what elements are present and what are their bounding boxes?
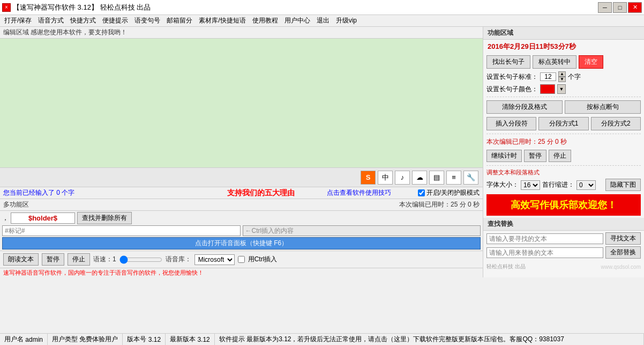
- editor-textarea[interactable]: [0, 39, 483, 167]
- by-punctuation-btn[interactable]: 按标点断句: [565, 100, 641, 114]
- long-sentence-label: 设置长句子标准：: [486, 72, 538, 82]
- find-delete-btn[interactable]: 查找并删除所有: [77, 212, 132, 224]
- editor-label: 编辑区域 感谢您使用本软件，要支持我哟！: [0, 27, 483, 39]
- mark-english-btn[interactable]: 标点英转中: [533, 55, 576, 69]
- menu-email[interactable]: 邮箱留分: [163, 15, 196, 26]
- eye-mode-toggle[interactable]: 开启/关闭护眼模式: [418, 188, 480, 197]
- timer-display: 本次编辑已用时：25 分 0 秒: [486, 137, 567, 146]
- font-size-label: 字体大小：: [486, 180, 519, 189]
- holder-input[interactable]: $holder$: [11, 212, 75, 224]
- word-count: 您当前已经输入了 0 个字: [3, 188, 74, 197]
- music-icon[interactable]: ♪: [395, 171, 410, 185]
- first-indent-select[interactable]: 024: [576, 180, 596, 190]
- ctrl-insert-checkbox[interactable]: [238, 256, 245, 263]
- user-type-value: 免费体验用户: [79, 335, 118, 344]
- window-title: 【速写神器写作软件 3.12】 轻松点科技 出品: [13, 3, 151, 12]
- segment-row1: 清除分段及格式 按标点断句: [483, 99, 644, 115]
- tag-input[interactable]: [2, 225, 241, 236]
- menu-user-center[interactable]: 用户中心: [281, 15, 313, 26]
- continue-timer-btn[interactable]: 继续计时: [486, 150, 522, 162]
- font-size-select[interactable]: 1612141820: [521, 180, 540, 190]
- menu-upgrade-vip[interactable]: 升级vip: [333, 15, 360, 26]
- menu-material[interactable]: 素材库/快捷短语: [196, 15, 249, 26]
- minimize-button[interactable]: ─: [598, 2, 612, 13]
- user-type-cell: 用户类型 免费体验用户: [48, 334, 123, 345]
- menu-shortcut[interactable]: 快捷方式: [67, 15, 99, 26]
- clear-format-btn[interactable]: 清除分段及格式: [486, 100, 563, 114]
- segment-mode2-btn[interactable]: 分段方式2: [591, 117, 641, 130]
- time-used-display: 本次编辑已用时：25 分 0 秒: [399, 200, 480, 209]
- title-bar: × 【速写神器写作软件 3.12】 轻松点科技 出品 ─ □ ✕: [0, 0, 644, 15]
- ctrl-insert-label: 用Ctrl插入: [248, 255, 278, 264]
- wrench-icon[interactable]: 🔧: [463, 171, 478, 185]
- voice-lib-select[interactable]: Microsoft: [194, 254, 235, 265]
- long-sentence-row: 找出长句子 标点英转中 清空: [483, 54, 644, 70]
- version-value: 3.12: [148, 336, 161, 343]
- speed-label: 语速：1: [93, 255, 116, 264]
- version-cell: 版本号 3.12: [123, 334, 166, 345]
- editor-status-bar: 您当前已经输入了 0 个字 支持我们的五大理由 点击查看软件使用技巧 开启/关闭…: [0, 187, 483, 199]
- color-dropdown-arrow[interactable]: ▼: [557, 84, 566, 94]
- lib-label: 语音库：: [166, 255, 191, 264]
- menu-hints[interactable]: 便捷提示: [99, 15, 131, 26]
- menu-voice-mode[interactable]: 语音方式: [35, 15, 67, 26]
- spin-up-btn[interactable]: ▲: [558, 71, 566, 77]
- voice-pause-btn[interactable]: 暂停: [42, 253, 64, 266]
- long-sentence-unit: 个字: [568, 72, 581, 82]
- open-panel-btn[interactable]: 点击打开语音面板（快捷键 F6）: [2, 237, 481, 249]
- find-row: 寻找文本: [486, 232, 641, 245]
- menu-tutorial[interactable]: 使用教程: [249, 15, 281, 26]
- warning-text: 速写神器语音写作软件，国内唯一的专注于语音写作的软件，祝您使用愉快！: [3, 269, 204, 276]
- clear-btn[interactable]: 清空: [579, 55, 603, 69]
- chinese-icon[interactable]: 中: [378, 171, 393, 185]
- list-icon[interactable]: ≡: [446, 171, 461, 185]
- segment-mode1-btn[interactable]: 分段方式1: [538, 117, 588, 130]
- adjust-title: 调整文本和段落格式: [483, 167, 644, 178]
- extract-long-btn[interactable]: 找出长句子: [486, 55, 530, 69]
- watermark-brand: 轻松点科技 出品: [486, 263, 526, 270]
- find-replace-title: 查找替换: [483, 218, 644, 231]
- watermark-row: 轻松点科技 出品 www.qsdsol.com: [483, 262, 644, 271]
- pause-timer-btn[interactable]: 暂停: [524, 150, 546, 162]
- timer-row: 本次编辑已用时：25 分 0 秒: [483, 136, 644, 148]
- eye-mode-label: 开启/关闭护眼模式: [426, 188, 480, 197]
- insert-segment-btn[interactable]: 插入分段符: [486, 117, 536, 130]
- comma-separator: ，: [2, 214, 9, 223]
- watermark-url: www.qsdsol.com: [601, 264, 641, 270]
- close-button[interactable]: ✕: [628, 2, 642, 13]
- tip-cell: 软件提示 最新版本为3.12，若升级后无法正常使用，请点击（这里）下载软件完整版…: [215, 334, 644, 345]
- menu-lang-change[interactable]: 语变句号: [131, 15, 163, 26]
- long-sentence-value-input[interactable]: 12: [540, 72, 556, 81]
- menu-open-save[interactable]: 打开/保存: [1, 15, 35, 26]
- find-input[interactable]: [486, 233, 603, 244]
- eye-mode-checkbox[interactable]: [418, 189, 425, 196]
- stop-timer-btn[interactable]: 停止: [549, 150, 571, 162]
- spin-down-btn[interactable]: ▼: [558, 77, 566, 82]
- close-icon[interactable]: ×: [2, 3, 11, 12]
- table-icon[interactable]: ▤: [429, 171, 444, 185]
- replace-input[interactable]: [486, 247, 603, 258]
- read-text-btn[interactable]: 朗读文本: [3, 253, 39, 266]
- menu-exit[interactable]: 退出: [313, 15, 333, 26]
- voice-stop-btn[interactable]: 停止: [68, 253, 90, 266]
- datetime-display: 2016年2月29日11时53分7秒: [483, 40, 644, 54]
- sougou-icon[interactable]: S: [361, 171, 376, 185]
- menu-bar: 打开/保存 语音方式 快捷方式 便捷提示 语变句号 邮箱留分 素材库/快捷短语 …: [0, 15, 644, 27]
- five-reasons-link[interactable]: 支持我们的五大理由: [227, 188, 295, 198]
- replace-row: 全部替换: [486, 246, 641, 259]
- replace-all-btn[interactable]: 全部替换: [605, 246, 641, 259]
- speed-slider[interactable]: [119, 255, 162, 264]
- username-value: admin: [25, 336, 43, 343]
- color-label: 设置长句子颜色：: [486, 85, 538, 94]
- first-indent-label: 首行缩进：: [542, 180, 574, 189]
- cloud-icon[interactable]: ☁: [412, 171, 427, 185]
- tips-link[interactable]: 点击查看软件使用技巧: [327, 188, 391, 197]
- hide-image-btn[interactable]: 隐藏下图: [605, 179, 641, 191]
- segment-row2: 插入分段符 分段方式1 分段方式2: [483, 115, 644, 132]
- maximize-button[interactable]: □: [613, 2, 627, 13]
- latest-value: 3.12: [197, 336, 209, 343]
- find-text-btn[interactable]: 寻找文本: [605, 232, 641, 245]
- promo-banner[interactable]: 高效写作俱乐部欢迎您！: [486, 194, 641, 216]
- color-swatch[interactable]: [540, 84, 555, 94]
- panel-title: 功能区域: [483, 27, 644, 40]
